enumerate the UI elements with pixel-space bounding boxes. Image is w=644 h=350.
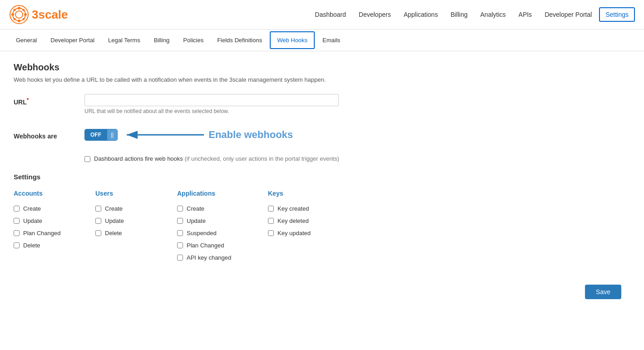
keys-deleted-item: Key deleted bbox=[268, 217, 350, 224]
subnav-web-hooks[interactable]: Web Hooks bbox=[270, 31, 315, 49]
nav-applications[interactable]: Applications bbox=[398, 8, 444, 21]
users-update-checkbox[interactable] bbox=[95, 218, 101, 224]
page-title: Webhooks bbox=[14, 62, 630, 73]
url-field-container: URL that will be notified about all the … bbox=[84, 94, 339, 114]
toggle-button[interactable]: OFF || bbox=[84, 129, 118, 141]
keys-header: Keys bbox=[268, 190, 350, 199]
accounts-update-checkbox[interactable] bbox=[14, 218, 20, 224]
users-create-checkbox[interactable] bbox=[95, 206, 101, 212]
dashboard-checkbox-label: Dashboard actions fire web hooks (if unc… bbox=[94, 155, 339, 162]
logo-icon bbox=[9, 5, 29, 25]
url-hint: URL that will be notified about all the … bbox=[84, 108, 339, 114]
applications-plan-changed-checkbox[interactable] bbox=[177, 242, 183, 248]
users-update-label: Update bbox=[105, 217, 124, 224]
dashboard-checkbox[interactable] bbox=[84, 156, 90, 162]
toggle-separator[interactable]: || bbox=[107, 129, 117, 140]
accounts-delete-checkbox[interactable] bbox=[14, 242, 20, 248]
keys-column: Keys Key created Key deleted Key updated bbox=[268, 190, 359, 266]
accounts-delete-item: Delete bbox=[14, 242, 86, 249]
applications-header: Applications bbox=[177, 190, 259, 199]
enable-webhooks-annotation: Enable webhooks bbox=[208, 129, 293, 141]
keys-updated-label: Key updated bbox=[277, 230, 311, 237]
applications-api-key-changed-label: API key changed bbox=[187, 254, 231, 261]
nav-billing[interactable]: Billing bbox=[445, 8, 473, 21]
toggle-off[interactable]: OFF bbox=[85, 129, 107, 140]
applications-create-item: Create bbox=[177, 205, 259, 212]
nav-analytics[interactable]: Analytics bbox=[475, 8, 511, 21]
keys-deleted-checkbox[interactable] bbox=[268, 218, 274, 224]
users-delete-item: Delete bbox=[95, 230, 168, 237]
accounts-update-label: Update bbox=[23, 217, 42, 224]
subnav-legal-terms[interactable]: Legal Terms bbox=[101, 32, 147, 49]
save-button[interactable]: Save bbox=[585, 285, 621, 299]
applications-api-key-changed-checkbox[interactable] bbox=[177, 255, 183, 261]
applications-suspended-item: Suspended bbox=[177, 230, 259, 237]
nav-settings[interactable]: Settings bbox=[599, 7, 635, 22]
accounts-update-item: Update bbox=[14, 217, 86, 224]
users-update-item: Update bbox=[95, 217, 168, 224]
subnav-billing[interactable]: Billing bbox=[147, 32, 177, 49]
nav-apis[interactable]: APIs bbox=[513, 8, 538, 21]
applications-api-key-changed-item: API key changed bbox=[177, 254, 259, 261]
accounts-plan-changed-item: Plan Changed bbox=[14, 230, 86, 237]
svg-point-8 bbox=[23, 18, 25, 20]
nav-developers[interactable]: Developers bbox=[353, 8, 396, 21]
keys-created-item: Key created bbox=[268, 205, 350, 212]
applications-create-checkbox[interactable] bbox=[177, 206, 183, 212]
users-create-label: Create bbox=[105, 205, 123, 212]
svg-point-4 bbox=[18, 20, 20, 22]
url-label: URL* bbox=[14, 94, 77, 106]
applications-column: Applications Create Update Suspended Pla… bbox=[177, 190, 268, 266]
dashboard-checkbox-row: Dashboard actions fire web hooks (if unc… bbox=[84, 155, 630, 162]
accounts-column: Accounts Create Update Plan Changed Dele… bbox=[14, 190, 95, 266]
page-description: Web hooks let you define a URL to be cal… bbox=[14, 76, 630, 83]
users-delete-checkbox[interactable] bbox=[95, 230, 101, 236]
save-row: Save bbox=[14, 285, 630, 299]
logo: 3scale bbox=[9, 5, 68, 25]
subnav-fields-definitions[interactable]: Fields Definitions bbox=[210, 32, 269, 49]
users-column: Users Create Update Delete bbox=[95, 190, 177, 266]
accounts-plan-changed-label: Plan Changed bbox=[23, 230, 60, 237]
header: 3scale Dashboard Developers Applications… bbox=[0, 0, 644, 30]
accounts-plan-changed-checkbox[interactable] bbox=[14, 230, 20, 236]
svg-point-6 bbox=[24, 13, 27, 16]
keys-updated-checkbox[interactable] bbox=[268, 230, 274, 236]
svg-point-3 bbox=[18, 7, 20, 10]
dashboard-checkbox-hint: (if unchecked, only user actions in the … bbox=[183, 155, 339, 162]
settings-section-title: Settings bbox=[14, 173, 630, 181]
applications-plan-changed-label: Plan Changed bbox=[187, 242, 224, 249]
accounts-header: Accounts bbox=[14, 190, 86, 199]
keys-updated-item: Key updated bbox=[268, 230, 350, 237]
applications-update-item: Update bbox=[177, 217, 259, 224]
applications-update-checkbox[interactable] bbox=[177, 218, 183, 224]
subnav-developer-portal[interactable]: Developer Portal bbox=[44, 32, 101, 49]
applications-create-label: Create bbox=[187, 205, 204, 212]
keys-created-label: Key created bbox=[277, 205, 309, 212]
subnav-general[interactable]: General bbox=[9, 32, 44, 49]
subnav-policies[interactable]: Policies bbox=[176, 32, 210, 49]
nav-dashboard[interactable]: Dashboard bbox=[309, 8, 352, 21]
svg-point-2 bbox=[15, 11, 23, 18]
accounts-create-checkbox[interactable] bbox=[14, 206, 20, 212]
enable-arrow bbox=[118, 123, 208, 146]
applications-plan-changed-item: Plan Changed bbox=[177, 242, 259, 249]
annotation-container: OFF || Enable webhooks bbox=[84, 123, 293, 146]
keys-created-checkbox[interactable] bbox=[268, 206, 274, 212]
sub-nav: General Developer Portal Legal Terms Bil… bbox=[0, 30, 644, 51]
webhooks-are-label: Webhooks are bbox=[14, 130, 77, 140]
accounts-create-label: Create bbox=[23, 205, 41, 212]
main-nav: Dashboard Developers Applications Billin… bbox=[309, 7, 635, 22]
keys-deleted-label: Key deleted bbox=[277, 217, 309, 224]
accounts-create-item: Create bbox=[14, 205, 86, 212]
nav-developer-portal[interactable]: Developer Portal bbox=[539, 8, 597, 21]
subnav-emails[interactable]: Emails bbox=[316, 32, 347, 49]
url-input[interactable] bbox=[84, 94, 339, 106]
settings-grid: Accounts Create Update Plan Changed Dele… bbox=[14, 190, 630, 266]
applications-suspended-checkbox[interactable] bbox=[177, 230, 183, 236]
svg-point-10 bbox=[14, 18, 16, 20]
users-header: Users bbox=[95, 190, 168, 199]
webhooks-toggle-row: Webhooks are OFF || Enable webhooks bbox=[14, 123, 630, 146]
svg-point-7 bbox=[14, 9, 16, 11]
accounts-delete-label: Delete bbox=[23, 242, 40, 249]
applications-suspended-label: Suspended bbox=[187, 230, 217, 237]
